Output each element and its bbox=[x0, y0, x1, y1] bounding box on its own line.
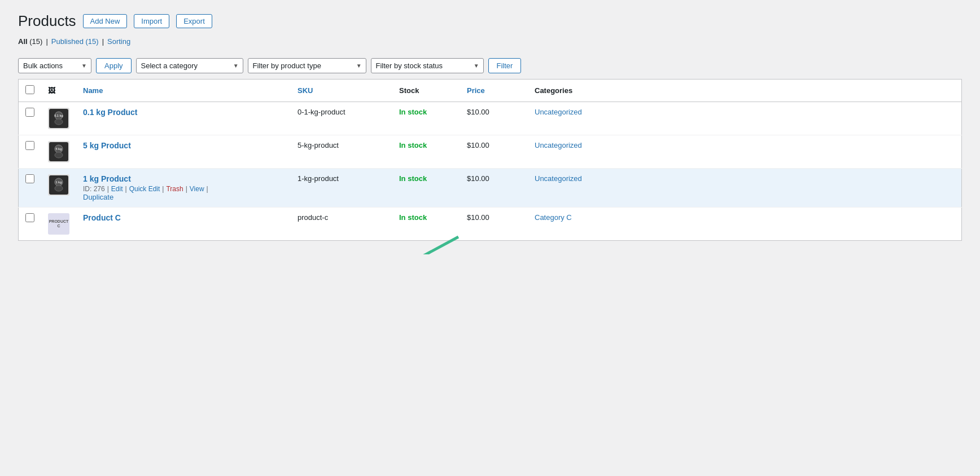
stock-status-filter-select[interactable]: Filter by stock status bbox=[371, 58, 484, 73]
product-type-filter-select[interactable]: Filter by product type bbox=[248, 58, 366, 73]
th-price: Price bbox=[460, 80, 528, 102]
product-price: $10.00 bbox=[460, 208, 528, 241]
published-filter-link[interactable]: Published (15) bbox=[51, 37, 99, 46]
th-checkbox bbox=[19, 80, 42, 102]
product-price: $10.00 bbox=[460, 102, 528, 135]
th-image: 🖼 bbox=[41, 80, 76, 102]
th-sku-link[interactable]: SKU bbox=[298, 86, 313, 95]
row-checkbox[interactable] bbox=[25, 108, 34, 117]
category-link[interactable]: Uncategorized bbox=[535, 174, 582, 183]
row-actions: ID: 276 | Edit | Quick Edit | Trash | Vi… bbox=[83, 185, 284, 193]
th-price-link[interactable]: Price bbox=[467, 86, 485, 95]
category-link[interactable]: Uncategorized bbox=[535, 108, 582, 116]
trash-link[interactable]: Trash bbox=[166, 185, 183, 193]
svg-point-8 bbox=[55, 152, 63, 158]
category-filter-wrapper: Select a category ▼ bbox=[136, 58, 243, 73]
product-sku: 0-1-kg-product bbox=[291, 102, 392, 135]
bulk-actions-select[interactable]: Bulk actions bbox=[18, 58, 91, 73]
table-row: 1 kg 1 kg Product ID: 276 | Edit | Quick… bbox=[19, 169, 962, 208]
product-sku: 1-kg-product bbox=[291, 169, 392, 208]
product-category: Category C bbox=[528, 208, 962, 241]
product-thumbnail: 0.1 kg bbox=[48, 108, 69, 129]
th-name: Name bbox=[76, 80, 291, 102]
product-thumbnail: 5 kg bbox=[48, 141, 69, 162]
product-type-filter-wrapper: Filter by product type ▼ bbox=[248, 58, 366, 73]
filter-button[interactable]: Filter bbox=[488, 58, 522, 73]
th-stock: Stock bbox=[392, 80, 460, 102]
sublinks: All (15) | Published (15) | Sorting bbox=[18, 37, 962, 46]
table-row: PRODUCT C Product Cproduct-cIn stock$10.… bbox=[19, 208, 962, 241]
product-price: $10.00 bbox=[460, 169, 528, 208]
table-header-row: 🖼 Name SKU Stock Price Categories bbox=[19, 80, 962, 102]
product-name-link[interactable]: 5 kg Product bbox=[83, 141, 284, 150]
apply-button[interactable]: Apply bbox=[96, 58, 132, 73]
th-sku: SKU bbox=[291, 80, 392, 102]
svg-text:5 kg: 5 kg bbox=[55, 147, 62, 151]
product-stock: In stock bbox=[392, 169, 460, 208]
category-filter-select[interactable]: Select a category bbox=[136, 58, 243, 73]
products-table: 🖼 Name SKU Stock Price Categories bbox=[18, 79, 962, 241]
product-price: $10.00 bbox=[460, 135, 528, 169]
svg-text:0.1 kg: 0.1 kg bbox=[54, 114, 63, 117]
product-name-link[interactable]: 1 kg Product bbox=[83, 174, 284, 183]
view-link[interactable]: View bbox=[190, 185, 204, 193]
product-thumbnail: PRODUCT C bbox=[48, 213, 69, 235]
products-table-container: 🖼 Name SKU Stock Price Categories bbox=[18, 79, 962, 241]
bulk-actions-wrapper: Bulk actions ▼ bbox=[18, 58, 91, 73]
svg-point-13 bbox=[55, 186, 63, 191]
product-category: Uncategorized bbox=[528, 102, 962, 135]
edit-link[interactable]: Edit bbox=[111, 185, 123, 193]
page-header: Products Add New Import Export bbox=[18, 14, 962, 28]
duplicate-link[interactable]: Duplicate bbox=[83, 193, 113, 201]
product-name-link[interactable]: Product C bbox=[83, 213, 284, 222]
filters-row: Bulk actions ▼ Apply Select a category ▼… bbox=[18, 52, 962, 79]
product-name-link[interactable]: 0.1 kg Product bbox=[83, 108, 284, 117]
row-checkbox[interactable] bbox=[25, 174, 34, 183]
table-row: 5 kg 5 kg Product5-kg-productIn stock$10… bbox=[19, 135, 962, 169]
product-stock: In stock bbox=[392, 208, 460, 241]
svg-point-3 bbox=[55, 119, 63, 125]
product-stock: In stock bbox=[392, 135, 460, 169]
th-name-link[interactable]: Name bbox=[83, 86, 103, 95]
row-checkbox[interactable] bbox=[25, 213, 34, 222]
product-thumbnail: 1 kg bbox=[48, 174, 69, 196]
import-button[interactable]: Import bbox=[134, 14, 169, 28]
all-filter: All (15) bbox=[18, 37, 42, 46]
stock-status-filter-wrapper: Filter by stock status ▼ bbox=[371, 58, 484, 73]
select-all-checkbox[interactable] bbox=[25, 85, 34, 94]
export-button[interactable]: Export bbox=[176, 14, 212, 28]
product-stock: In stock bbox=[392, 102, 460, 135]
svg-text:1 kg: 1 kg bbox=[55, 180, 62, 184]
product-category: Uncategorized bbox=[528, 135, 962, 169]
sorting-filter-link[interactable]: Sorting bbox=[107, 37, 130, 46]
row-checkbox[interactable] bbox=[25, 141, 34, 150]
th-categories: Categories bbox=[528, 80, 962, 102]
product-sku: product-c bbox=[291, 208, 392, 241]
add-new-button[interactable]: Add New bbox=[83, 14, 128, 28]
product-id: ID: 276 bbox=[83, 185, 105, 193]
product-rows: 0.1 kg 0.1 kg Product0-1-kg-productIn st… bbox=[19, 102, 962, 241]
category-link[interactable]: Category C bbox=[535, 213, 572, 222]
product-category: Uncategorized bbox=[528, 169, 962, 208]
category-link[interactable]: Uncategorized bbox=[535, 141, 582, 149]
table-row: 0.1 kg 0.1 kg Product0-1-kg-productIn st… bbox=[19, 102, 962, 135]
page-title: Products bbox=[18, 14, 76, 28]
quick-edit-link[interactable]: Quick Edit bbox=[129, 185, 160, 193]
product-sku: 5-kg-product bbox=[291, 135, 392, 169]
